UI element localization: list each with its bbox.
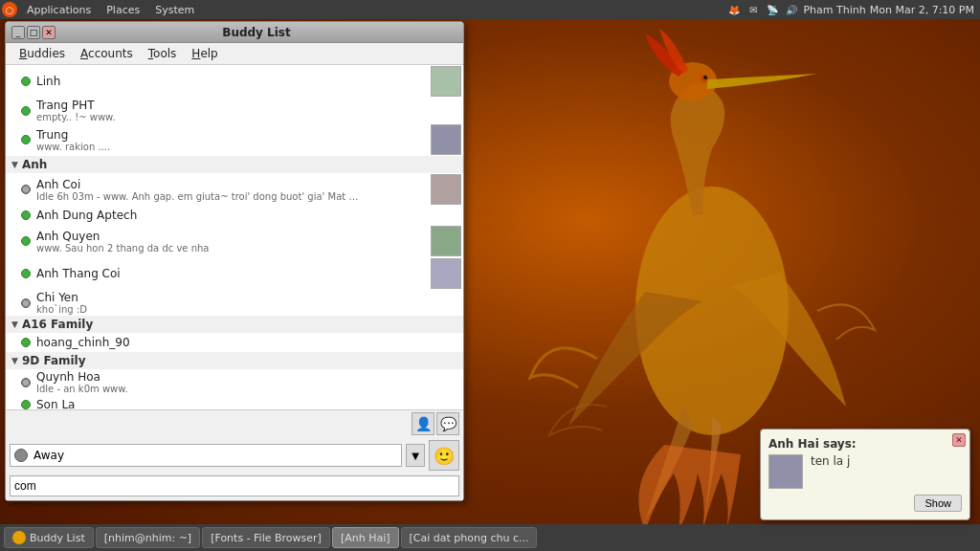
status-select[interactable]: Away (10, 444, 402, 467)
buddy-info: Chi Yen kho`ing :D (36, 291, 456, 315)
search-input[interactable] (10, 475, 459, 496)
firefox-icon[interactable]: 🦊 (726, 2, 742, 17)
buddies-menu[interactable]: Buddies (11, 45, 73, 62)
buddy-avatar (431, 174, 461, 205)
buddy-item[interactable]: Trung www. rakion .... (6, 123, 463, 156)
buddy-name: Trang PHT (36, 99, 456, 112)
tools-menu[interactable]: Tools (141, 45, 185, 62)
username-label: Pham Thinh (803, 4, 865, 16)
help-menu[interactable]: Help (184, 45, 225, 62)
buddy-name: Trung (36, 128, 425, 142)
buddy-name: Chi Yen (36, 291, 456, 304)
notif-avatar (768, 454, 803, 489)
buddy-item[interactable]: Son La (6, 395, 463, 409)
buddy-name: Anh Coi (36, 178, 425, 191)
buddy-group-anh[interactable]: ▼ Anh (6, 156, 463, 173)
taskbar-anh-hai[interactable]: [Anh Hai] (332, 527, 399, 548)
buddy-avatar (431, 258, 461, 289)
taskbar: Buddy List [nhim@nhim: ~] [Fonts - File … (0, 524, 980, 551)
buddy-info: Anh Thang Coi (36, 267, 425, 280)
taskbar-label: Buddy List (30, 532, 85, 544)
buddy-status-msg: www. Sau hon 2 thang da dc ve nha (36, 243, 362, 253)
top-panel: ○ Applications Places System 🦊 ✉ 📡 🔊 Pha… (0, 0, 980, 19)
buddy-icons-row: 👤 💬 (6, 410, 463, 437)
status-idle-icon (21, 378, 31, 387)
buddy-item[interactable]: Anh Coi Idle 6h 03m - www. Anh gap. em g… (6, 173, 463, 206)
svg-point-3 (703, 76, 707, 79)
buddy-item[interactable]: Anh Thang Coi (6, 257, 463, 290)
group-arrow-icon: ▼ (11, 356, 18, 365)
buddy-item[interactable]: hoang_chinh_90 (6, 333, 463, 352)
buddy-name: Quynh Hoa (36, 370, 456, 384)
status-online-icon (21, 106, 31, 116)
buddy-item[interactable]: Trang PHT empty.. !~ www. (6, 98, 463, 123)
taskbar-label: [Fonts - File Browser] (211, 532, 322, 544)
status-select-label: Away (33, 449, 64, 462)
buddy-item[interactable]: Quynh Hoa Idle - an k0m www. (6, 369, 463, 395)
window-titlebar: _ □ ✕ Buddy List (6, 22, 463, 43)
buddy-name: Anh Quyen (36, 230, 425, 243)
status-online-icon (21, 135, 31, 144)
mail-icon[interactable]: ✉ (746, 2, 761, 17)
buddy-avatar (431, 124, 461, 155)
buddy-item[interactable]: Anh Dung Aptech (6, 206, 463, 225)
places-menu[interactable]: Places (99, 0, 147, 19)
buddy-group-9d[interactable]: ▼ 9D Family (6, 352, 463, 369)
close-button[interactable]: ✕ (42, 26, 56, 39)
notification-popup: ✕ Anh Hai says: ten la j Show (760, 429, 970, 520)
buddy-item[interactable]: Linh (6, 65, 463, 98)
taskbar-label: [Cai dat phong chu c... (410, 532, 529, 544)
buddy-info: hoang_chinh_90 (36, 336, 456, 349)
buddy-info: Linh (36, 75, 425, 88)
buddy-name: Anh Dung Aptech (36, 209, 456, 222)
get-info-icon[interactable]: 👤 (412, 412, 434, 435)
status-dropdown-arrow[interactable]: ▼ (406, 444, 425, 467)
send-message-icon[interactable]: 💬 (436, 412, 459, 435)
buddy-group-a16[interactable]: ▼ A16 Family (6, 316, 463, 333)
taskbar-file-browser[interactable]: [Fonts - File Browser] (202, 527, 330, 548)
accounts-menu[interactable]: Accounts (73, 45, 141, 62)
status-online-icon (21, 269, 31, 278)
buddy-status-msg: www. rakion .... (36, 142, 362, 152)
status-select-icon (14, 449, 28, 462)
minimize-button[interactable]: _ (11, 26, 25, 39)
taskbar-terminal[interactable]: [nhim@nhim: ~] (96, 527, 200, 548)
taskbar-settings[interactable]: [Cai dat phong chu c... (401, 527, 538, 548)
ubuntu-logo: ○ (0, 0, 19, 19)
buddy-scroll-area[interactable]: Linh Trang PHT empty.. !~ www. Trung www… (6, 65, 463, 409)
maximize-button[interactable]: □ (27, 26, 40, 39)
buddy-avatar (431, 226, 461, 256)
buddy-info: Trung www. rakion .... (36, 128, 425, 152)
notif-close-button[interactable]: ✕ (952, 433, 966, 447)
buddy-status-msg: empty.. !~ www. (36, 112, 362, 122)
profile-icon-button[interactable]: 🙂 (429, 440, 459, 471)
buddy-info: Trang PHT empty.. !~ www. (36, 99, 456, 122)
buddy-item[interactable]: Chi Yen kho`ing :D (6, 290, 463, 316)
buddy-info: Anh Quyen www. Sau hon 2 thang da dc ve … (36, 230, 425, 253)
buddy-info: Quynh Hoa Idle - an k0m www. (36, 370, 456, 394)
taskbar-label: [nhim@nhim: ~] (104, 532, 191, 544)
buddy-name: Linh (36, 75, 425, 88)
taskbar-label: [Anh Hai] (341, 532, 390, 544)
status-dropdown-row: Away ▼ 🙂 (6, 437, 463, 474)
taskbar-buddy-list[interactable]: Buddy List (4, 527, 94, 548)
group-name: 9D Family (22, 354, 86, 367)
show-button[interactable]: Show (914, 495, 962, 512)
group-arrow-icon: ▼ (11, 160, 18, 169)
status-idle-icon (21, 298, 31, 308)
group-name: Anh (22, 158, 47, 171)
status-online-icon (21, 210, 31, 220)
status-online-icon (21, 77, 31, 86)
buddy-item[interactable]: Anh Quyen www. Sau hon 2 thang da dc ve … (6, 225, 463, 257)
applications-menu[interactable]: Applications (19, 0, 99, 19)
window-controls: _ □ ✕ (11, 26, 56, 39)
buddy-info: Anh Coi Idle 6h 03m - www. Anh gap. em g… (36, 178, 425, 202)
buddy-list-window: _ □ ✕ Buddy List Buddies Accounts Tools … (5, 21, 464, 501)
buddy-status-msg: Idle - an k0m www. (36, 384, 362, 394)
window-title: Buddy List (56, 26, 457, 39)
network-icon[interactable]: 📡 (765, 2, 780, 17)
volume-icon[interactable]: 🔊 (784, 2, 799, 17)
group-name: A16 Family (22, 318, 93, 331)
buddy-name: Anh Thang Coi (36, 267, 425, 280)
system-menu[interactable]: System (147, 0, 202, 19)
